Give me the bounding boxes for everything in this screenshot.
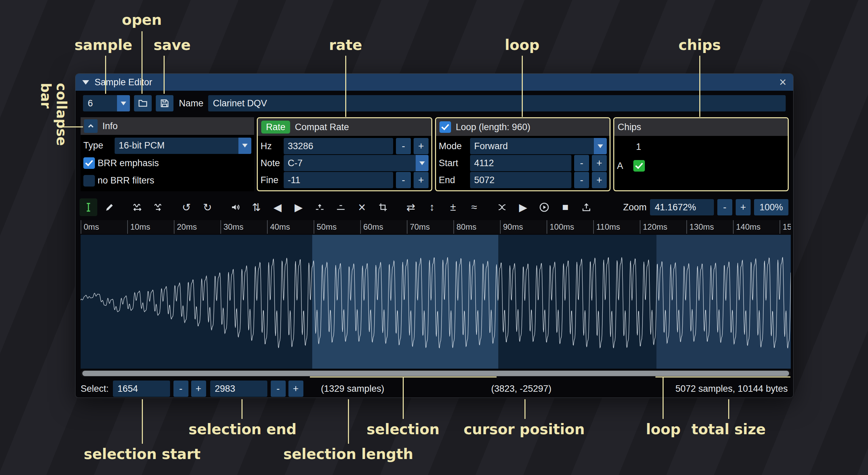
- note-dropdown-button[interactable]: [416, 155, 429, 171]
- annotation-selection: selection: [367, 421, 440, 438]
- window-collapse-icon[interactable]: [82, 80, 89, 85]
- brr-emphasis-label: BRR emphasis: [98, 158, 159, 169]
- hz-minus-button[interactable]: -: [396, 138, 411, 154]
- brr-emphasis-checkbox[interactable]: [83, 157, 95, 169]
- reverse-button[interactable]: ⇄: [402, 198, 420, 216]
- normalize-icon: ⇅: [252, 201, 261, 214]
- trim-button[interactable]: [374, 198, 392, 216]
- reverse-icon: ⇄: [406, 201, 415, 214]
- selection-start-input[interactable]: 1654: [113, 381, 170, 397]
- open-sample-button[interactable]: [134, 95, 152, 111]
- info-collapse-button[interactable]: [84, 119, 98, 133]
- selection-end-minus-button[interactable]: -: [271, 381, 286, 397]
- window-titlebar[interactable]: Sample Editor ×: [76, 74, 793, 91]
- selection-start-plus-button[interactable]: +: [191, 381, 206, 397]
- edit-mode-button[interactable]: [80, 198, 97, 216]
- fade-out-button[interactable]: ▶: [290, 198, 307, 216]
- selection-end-input[interactable]: 2983: [210, 381, 267, 397]
- sample-dropdown-button[interactable]: [117, 95, 130, 111]
- rate-preset-value[interactable]: Compat Rate: [295, 122, 349, 133]
- annotation-rate: rate: [329, 37, 362, 53]
- invert-button[interactable]: ↕: [423, 198, 441, 216]
- loop-checkbox[interactable]: [439, 121, 451, 133]
- timeline-tick: 150ms: [780, 220, 791, 234]
- hz-input[interactable]: 33286: [284, 138, 393, 154]
- fine-input[interactable]: -11: [284, 172, 393, 188]
- resample-button[interactable]: [150, 198, 167, 216]
- selection-end-plus-button[interactable]: +: [288, 381, 303, 397]
- timeline-tick: 70ms: [407, 220, 430, 234]
- annotation-total-size: total size: [691, 421, 766, 438]
- timeline-tick: 80ms: [453, 220, 477, 234]
- selection-start-minus-button[interactable]: -: [173, 381, 188, 397]
- zoom-in-button[interactable]: +: [736, 199, 751, 215]
- fine-row: Fine -11 - +: [261, 172, 429, 188]
- import-button[interactable]: [578, 198, 595, 216]
- loop-end-plus-button[interactable]: +: [592, 172, 607, 188]
- chips-header: Chips: [614, 118, 788, 136]
- chip-row-label: A: [617, 161, 623, 171]
- timeline-tick: 140ms: [733, 220, 761, 234]
- resize-button[interactable]: [129, 198, 146, 216]
- crossfade-button[interactable]: [493, 198, 511, 216]
- fade-in-button[interactable]: ◀: [269, 198, 286, 216]
- cursor-position-text: (3823, -25297): [491, 384, 551, 394]
- no-brr-filters-row: no BRR filters: [83, 173, 251, 189]
- annotation-line-loop: [522, 56, 523, 117]
- fine-minus-button[interactable]: -: [396, 172, 411, 188]
- zoom-input[interactable]: 41.1672%: [650, 199, 714, 215]
- annotation-cursor-position: cursor position: [464, 421, 585, 438]
- apply-filter-button[interactable]: ≈: [465, 198, 483, 216]
- waveform-svg: [81, 235, 791, 369]
- zoom-reset-button[interactable]: 100%: [754, 199, 788, 215]
- mode-dropdown-button[interactable]: [594, 138, 607, 154]
- stop-button[interactable]: ■: [556, 198, 574, 216]
- play-button[interactable]: [535, 198, 553, 216]
- insert-silence-icon: [315, 202, 325, 212]
- no-brr-filters-checkbox[interactable]: [83, 175, 95, 187]
- signed-unsigned-button[interactable]: ±: [444, 198, 462, 216]
- rate-badge[interactable]: Rate: [261, 121, 290, 134]
- note-selector[interactable]: C-7: [284, 155, 429, 171]
- waveform-view[interactable]: [81, 235, 791, 369]
- loop-start-plus-button[interactable]: +: [592, 155, 607, 171]
- speaker-icon: [230, 202, 240, 212]
- loop-start-minus-button[interactable]: -: [574, 155, 589, 171]
- loop-end-input[interactable]: 5072: [470, 172, 571, 188]
- apply-silence-button[interactable]: [332, 198, 350, 216]
- waveform-scrollbar[interactable]: [81, 370, 791, 377]
- zoom-controls: Zoom 41.1672% - + 100%: [623, 199, 788, 215]
- chip-enable-checkbox[interactable]: [633, 160, 645, 172]
- draw-mode-button[interactable]: [101, 198, 118, 216]
- type-value: 16-bit PCM: [115, 138, 238, 154]
- select-label: Select:: [81, 384, 109, 394]
- hz-row: Hz 33286 - +: [261, 138, 429, 154]
- preview-button[interactable]: ▶: [514, 198, 532, 216]
- loop-header: Loop (length: 960): [436, 118, 610, 136]
- delete-icon: ×: [358, 200, 366, 215]
- mode-selector[interactable]: Forward: [470, 138, 607, 154]
- screenshot-root: sample open save rate loop chips collaps…: [0, 0, 868, 475]
- loop-end-minus-button[interactable]: -: [574, 172, 589, 188]
- annotation-line-collapse-bar: [61, 126, 83, 127]
- undo-button[interactable]: ↺: [178, 198, 195, 216]
- amplify-button[interactable]: [227, 198, 244, 216]
- zoom-out-button[interactable]: -: [717, 199, 732, 215]
- loop-start-input[interactable]: 4112: [470, 155, 571, 171]
- close-icon[interactable]: ×: [779, 76, 786, 88]
- redo-button[interactable]: ↻: [199, 198, 216, 216]
- scrollbar-handle[interactable]: [82, 371, 789, 376]
- fine-plus-button[interactable]: +: [414, 172, 429, 188]
- save-sample-button[interactable]: [156, 95, 173, 111]
- normalize-button[interactable]: ⇅: [248, 198, 265, 216]
- chips-header-label: Chips: [618, 122, 641, 133]
- insert-silence-button[interactable]: [311, 198, 329, 216]
- sample-selector[interactable]: 6: [83, 95, 130, 111]
- timeline-ruler[interactable]: 0ms10ms20ms30ms40ms50ms60ms70ms80ms90ms1…: [81, 220, 791, 234]
- fade-out-icon: ▶: [295, 201, 303, 214]
- hz-plus-button[interactable]: +: [414, 138, 429, 154]
- undo-icon: ↺: [182, 201, 191, 214]
- type-selector[interactable]: 16-bit PCM: [115, 138, 251, 154]
- type-dropdown-button[interactable]: [238, 138, 251, 154]
- delete-button[interactable]: ×: [353, 198, 371, 216]
